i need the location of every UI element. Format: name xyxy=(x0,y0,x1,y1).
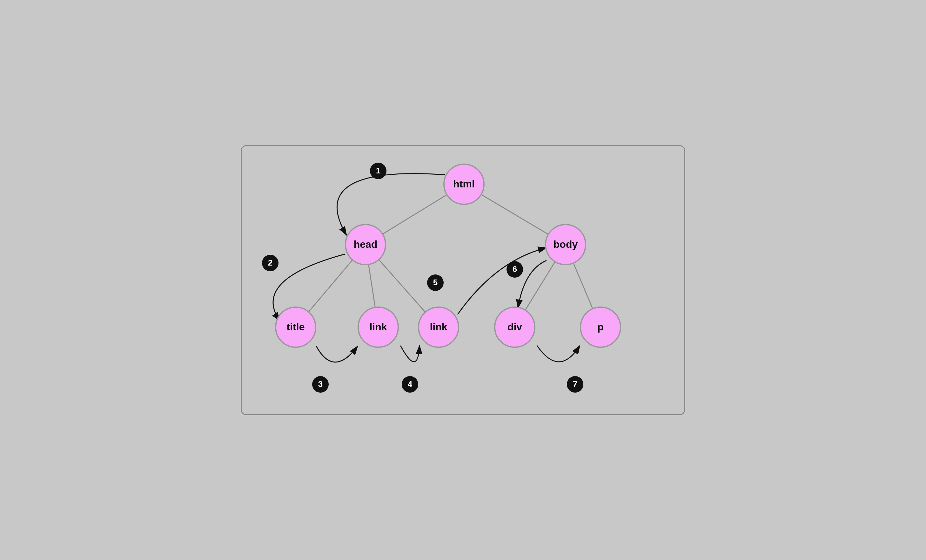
badge-5: 5 xyxy=(427,274,443,291)
node-title: title xyxy=(275,307,316,348)
diagram-container: html head body title link link div p 1 2… xyxy=(241,145,685,415)
node-link2: link xyxy=(418,307,459,348)
badge-3: 3 xyxy=(312,376,329,393)
node-p: p xyxy=(580,307,621,348)
node-div: div xyxy=(494,307,536,348)
badge-1: 1 xyxy=(370,163,386,179)
node-body: body xyxy=(545,224,586,265)
node-head: head xyxy=(345,224,386,265)
badge-7: 7 xyxy=(567,376,583,393)
node-html: html xyxy=(443,163,484,205)
badge-4: 4 xyxy=(402,376,418,393)
node-link1: link xyxy=(357,307,399,348)
badge-2: 2 xyxy=(262,255,278,271)
badge-6: 6 xyxy=(507,261,523,278)
